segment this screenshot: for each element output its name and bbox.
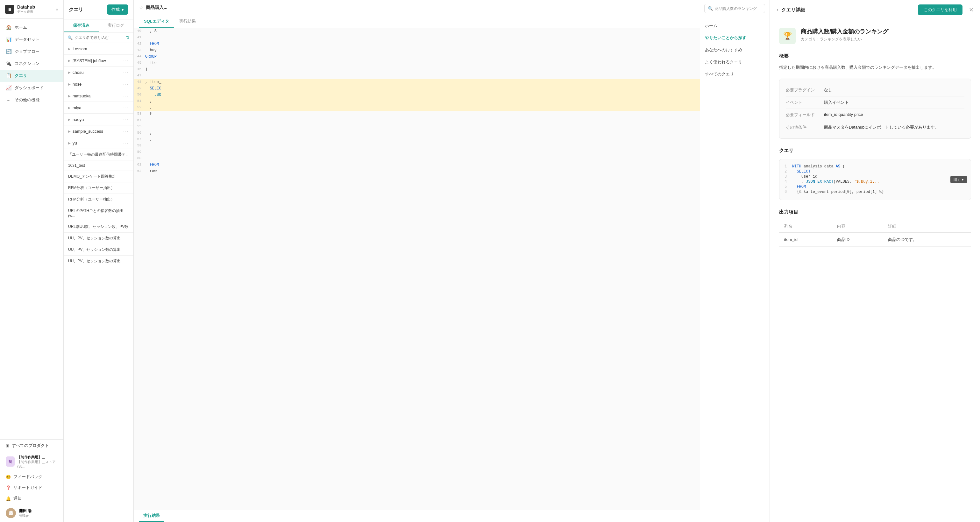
list-item[interactable]: ▶ sample_success ···	[64, 125, 134, 137]
collection-search-input[interactable]	[715, 6, 762, 11]
code-line: 62 raw	[134, 168, 700, 175]
query-panel-header: クエリ 作成 ▾	[64, 0, 134, 19]
list-item[interactable]: ▶ matsuoka ···	[64, 90, 134, 102]
more-icon[interactable]: ···	[123, 46, 129, 51]
code-line: 40 , S	[134, 29, 700, 35]
more-icon[interactable]: ···	[123, 129, 129, 134]
sidebar-item-label: その他の機能	[14, 97, 40, 103]
query-name: Lossom	[73, 46, 87, 51]
code-line: 1 WITH analysis_data AS (	[784, 164, 966, 169]
list-item[interactable]: 「ユーザー毎の最適配信時間帯テ...	[64, 149, 134, 160]
list-item[interactable]: RFM分析（ユーザー抽出）	[64, 182, 134, 194]
star-icon[interactable]: ☆	[139, 5, 143, 11]
sidebar-item-connection[interactable]: 🔌 コネクション	[0, 58, 64, 70]
sidebar-item-support[interactable]: ❓ サポートガイド	[0, 482, 64, 493]
code-line: 51 ,	[134, 98, 700, 105]
editor-tabs: SQLエディタ 実行結果	[134, 15, 700, 29]
code-line: 50 JSO	[134, 92, 700, 98]
collection-header: 🔍	[700, 0, 770, 17]
sidebar-item-query[interactable]: 📋 クエリ	[0, 70, 64, 82]
list-item[interactable]: ▶ naoya ···	[64, 114, 134, 125]
sidebar-item-feedback[interactable]: 😊 フィードバック	[0, 471, 64, 482]
list-item[interactable]: URL別UU数、セッション数、PV数	[64, 221, 134, 233]
chevron-right-icon: ▶	[68, 83, 71, 86]
code-line: 47	[134, 73, 700, 79]
chevron-down-icon: ▾	[962, 177, 964, 181]
list-item[interactable]: ▶ miya ···	[64, 102, 134, 114]
chevron-right-icon: ▶	[68, 47, 71, 51]
workspace-selector[interactable]: 制 【制作作業用】＿... 【制作作業用】＿ストア(St...	[0, 452, 64, 471]
more-icon[interactable]: ···	[123, 70, 129, 75]
sidebar: ▦ Datahub データ連携 « 🏠 ホーム 📊 データセット 🔄 ジョブフロ…	[0, 0, 64, 522]
more-icon[interactable]: ···	[123, 58, 129, 63]
user-profile[interactable]: 藤 藤田 陽 管理者	[0, 504, 64, 522]
sidebar-item-other[interactable]: ··· その他の機能	[0, 94, 64, 106]
code-line: 43 buy	[134, 48, 700, 54]
tab-saved[interactable]: 保存済み	[64, 19, 99, 32]
more-icon[interactable]: ···	[123, 81, 129, 87]
list-item[interactable]: UU、PV、セッション数の算出	[64, 244, 134, 255]
tab-execlog[interactable]: 実行ログ	[99, 19, 134, 32]
close-icon[interactable]: ✕	[969, 6, 974, 13]
meta-label: 必要フィールド	[786, 112, 824, 118]
more-icon[interactable]: ···	[123, 117, 129, 122]
grid-small-icon: ⊞	[6, 443, 9, 448]
collection-nav-all[interactable]: すべてのクエリ	[700, 68, 770, 80]
main-editor-area: ☆ 商品購入... SQLエディタ 実行結果 40 , S 41 42 FROM…	[134, 0, 700, 522]
collapse-button[interactable]: «	[56, 7, 58, 12]
more-icon[interactable]: ···	[123, 140, 129, 146]
col-detail: 商品のIDです。	[883, 233, 971, 247]
sidebar-item-dashboard[interactable]: 📈 ダッシュボード	[0, 82, 64, 94]
table-row: item_id 商品ID 商品のIDです。	[779, 233, 971, 247]
code-line: 61 FROM	[134, 162, 700, 168]
sidebar-item-label: ジョブフロー	[14, 49, 40, 54]
list-item[interactable]: ▶ yu ···	[64, 137, 134, 149]
sidebar-footer: ⊞ すべてのプロダクト 制 【制作作業用】＿... 【制作作業用】＿ストア(St…	[0, 439, 64, 522]
all-products-button[interactable]: ⊞ すべてのプロダクト	[0, 439, 64, 452]
list-item[interactable]: 1031_test	[64, 160, 134, 171]
list-item[interactable]: ▶ [SYSTEM] jobflow ···	[64, 55, 134, 67]
other-icon: ···	[6, 97, 11, 103]
sidebar-item-home[interactable]: 🏠 ホーム	[0, 21, 64, 33]
collection-nav-by-purpose[interactable]: やりたいことから探す	[700, 32, 770, 44]
collection-panel: 🔍 ホーム やりたいことから探す あなたへのおすすめ よく使われるクエリ すべて…	[700, 0, 770, 522]
meta-value: なし	[824, 87, 832, 93]
tab-sql-editor[interactable]: SQLエディタ	[139, 15, 174, 28]
list-item[interactable]: UU、PV、セッション数の算出	[64, 255, 134, 267]
list-item[interactable]: ▶ chosu ···	[64, 67, 134, 78]
tab-execution-result[interactable]: 実行結果	[139, 510, 164, 522]
use-query-button[interactable]: このクエリを利用	[918, 5, 963, 15]
list-item[interactable]: DEMO_アンケート回答集計	[64, 171, 134, 182]
collection-nav: ホーム やりたいことから探す あなたへのおすすめ よく使われるクエリ すべてのク…	[700, 17, 770, 83]
sidebar-item-notify[interactable]: 🔔 通知	[0, 493, 64, 504]
list-item[interactable]: URLのPATHごとの接客数の抽出(w...	[64, 205, 134, 221]
back-button[interactable]: ‹	[776, 7, 778, 13]
sidebar-item-label: ホーム	[14, 24, 27, 30]
create-button[interactable]: 作成 ▾	[107, 5, 128, 15]
code-line: 45 ite	[134, 60, 700, 67]
tab-result[interactable]: 実行結果	[174, 15, 201, 28]
sort-icon[interactable]: ⇅	[126, 35, 130, 40]
code-line: 57 ,	[134, 136, 700, 143]
sidebar-item-dataset[interactable]: 📊 データセット	[0, 33, 64, 46]
more-icon[interactable]: ···	[123, 105, 129, 110]
list-item[interactable]: RFM分析（ユーザー抽出）	[64, 194, 134, 205]
home-icon: 🏠	[6, 24, 11, 30]
query-category-icon: 🏆	[779, 28, 795, 44]
meta-label: その他条件	[786, 124, 824, 130]
list-item[interactable]: ▶ Lossom ···	[64, 43, 134, 55]
more-icon[interactable]: ···	[123, 93, 129, 98]
col-content: 商品ID	[832, 233, 883, 247]
collection-nav-recommend[interactable]: あなたへのおすすめ	[700, 44, 770, 56]
list-item[interactable]: UU、PV、セッション数の算出	[64, 233, 134, 244]
code-editor[interactable]: 40 , S 41 42 FROM 43 buy 44GROUP 45 ite …	[134, 29, 700, 510]
expand-code-button[interactable]: 開く ▾	[950, 176, 967, 183]
query-name: hose	[73, 82, 81, 87]
meta-row: その他条件 商品マスタをDatahubにインポートしている必要があります。	[786, 121, 964, 133]
code-line: 60	[134, 155, 700, 162]
sidebar-item-jobflow[interactable]: 🔄 ジョブフロー	[0, 46, 64, 58]
collection-nav-popular[interactable]: よく使われるクエリ	[700, 56, 770, 68]
collection-nav-home[interactable]: ホーム	[700, 20, 770, 32]
list-item[interactable]: ▶ hose ···	[64, 78, 134, 90]
query-search-input[interactable]	[75, 35, 124, 40]
